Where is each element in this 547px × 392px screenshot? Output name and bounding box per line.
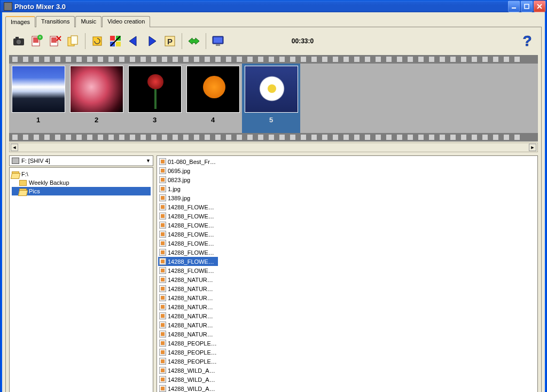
file-item[interactable]: 1389.jpg [158, 193, 218, 202]
copy-icon[interactable] [65, 33, 82, 50]
svg-marker-24 [149, 36, 156, 46]
file-item[interactable]: 14288_FLOWER… [158, 221, 218, 230]
file-item[interactable]: 14288_FLOWER… [158, 257, 218, 266]
thumbnail [70, 66, 123, 113]
file-item[interactable]: 14288_FLOWER… [158, 248, 218, 257]
toolbar-separator [85, 33, 85, 49]
file-item[interactable]: 0823.jpg [158, 175, 218, 184]
file-name: 14288_PEOPLE… [168, 349, 217, 356]
svg-text:?: ? [522, 33, 532, 49]
preview-icon[interactable]: P [161, 33, 178, 50]
svg-text:+: + [38, 35, 41, 40]
rotate-icon[interactable] [89, 33, 106, 50]
scroll-right-icon[interactable]: ► [529, 144, 536, 151]
file-name: 1.jpg [168, 186, 181, 192]
remove-image-icon[interactable] [46, 33, 64, 50]
file-name: 14288_NATURE… [168, 304, 217, 310]
filmstrip-scrollbar[interactable]: ◄ ► [9, 143, 538, 152]
film-frame-1[interactable]: 1 [9, 64, 67, 133]
drive-selector[interactable]: F: [SHIV 4] ▼ [9, 155, 153, 166]
add-image-icon[interactable]: + [28, 33, 45, 50]
effects-icon[interactable] [107, 33, 124, 50]
image-file-icon [159, 322, 166, 328]
image-file-icon [159, 213, 166, 219]
file-item[interactable]: 1.jpg [158, 184, 218, 193]
close-button[interactable] [534, 1, 545, 12]
image-file-icon [159, 222, 166, 229]
file-item[interactable]: 14288_WILD_A… [158, 375, 218, 384]
file-name: 01-080_Best_Frie… [168, 159, 217, 165]
file-item[interactable]: 14288_NATURE… [158, 302, 218, 311]
next-icon[interactable] [143, 33, 160, 50]
svg-marker-27 [189, 38, 199, 44]
maximize-button[interactable] [521, 1, 533, 12]
file-item[interactable]: 14288_PEOPLE… [158, 339, 218, 348]
minimize-button[interactable] [508, 1, 520, 12]
folder-icon [12, 171, 19, 177]
thumbnail [128, 66, 182, 113]
file-item[interactable]: 14288_FLOWER… [158, 239, 218, 248]
file-list[interactable]: 01-080_Best_Frie…0695.jpg0823.jpg1.jpg13… [157, 156, 537, 392]
file-name: 1389.jpg [168, 195, 190, 201]
tree-item[interactable]: Weekly Backup [12, 178, 151, 187]
file-item[interactable]: 14288_PEOPLE… [158, 348, 218, 357]
file-item[interactable]: 14288_FLOWER… [158, 230, 218, 239]
tab-images[interactable]: Images [5, 16, 35, 27]
image-file-icon [159, 367, 166, 374]
file-item[interactable]: 14288_FLOWER… [158, 202, 218, 211]
image-file-icon [159, 203, 166, 210]
frame-number: 2 [95, 116, 98, 124]
film-frame-4[interactable]: 4 [184, 64, 242, 133]
help-button[interactable]: ? [518, 32, 537, 51]
svg-rect-21 [116, 42, 121, 46]
tab-music[interactable]: Music [75, 16, 101, 27]
file-item[interactable]: 14288_FLOWER… [158, 211, 218, 221]
frame-number: 5 [269, 116, 273, 124]
file-name: 14288_FLOWER… [168, 249, 217, 256]
file-item[interactable]: 14288_NATURE… [158, 311, 218, 320]
file-name: 14288_FLOWER… [168, 204, 217, 210]
tab-video-creation[interactable]: Video creation [102, 16, 150, 27]
toolbar-separator [206, 33, 206, 49]
tree-pane: F: [SHIV 4] ▼ F:\Weekly BackupPics [9, 155, 153, 392]
file-item[interactable]: 14288_NATURE… [158, 284, 218, 293]
app-icon [4, 2, 12, 11]
file-name: 14288_WILD_A… [168, 386, 215, 392]
image-file-icon [159, 167, 166, 174]
file-item[interactable]: 14288_NATURE… [158, 293, 218, 302]
tree-item[interactable]: F:\ [12, 170, 151, 178]
file-item[interactable]: 0695.jpg [158, 166, 218, 175]
prev-icon[interactable] [125, 33, 142, 50]
film-frame-2[interactable]: 2 [67, 64, 126, 133]
film-frame-5[interactable]: 5 [242, 64, 300, 133]
tab-transitions[interactable]: Transitions [36, 16, 75, 27]
file-item[interactable]: 14288_NATURE… [158, 330, 218, 339]
file-item[interactable]: 14288_WILD_A… [158, 366, 218, 375]
swap-icon[interactable] [185, 33, 202, 50]
tree-item[interactable]: Pics [12, 187, 151, 195]
folder-tree[interactable]: F:\Weekly BackupPics [9, 167, 153, 392]
image-file-icon [159, 294, 166, 301]
file-name: 14288_NATURE… [168, 286, 217, 292]
file-name: 14288_NATURE… [168, 313, 217, 319]
file-item[interactable]: 14288_WILD_A… [158, 384, 218, 392]
titlebar[interactable]: Photo Mixer 3.0 [1, 1, 546, 12]
svg-rect-18 [110, 36, 115, 41]
file-name: 14288_FLOWER… [168, 213, 217, 219]
image-file-icon [159, 185, 166, 192]
camera-icon[interactable] [10, 33, 27, 50]
file-item[interactable]: 14288_PEOPLE… [158, 357, 218, 366]
file-name: 14288_NATURE… [168, 322, 217, 328]
file-name: 14288_NATURE… [168, 295, 217, 301]
file-item[interactable]: 01-080_Best_Frie… [158, 157, 218, 166]
toolbar: +P 00:33:0 ? [9, 30, 538, 52]
folder-icon [19, 189, 27, 194]
file-item[interactable]: 14288_NATURE… [158, 275, 218, 284]
film-frame-3[interactable]: 3 [126, 64, 184, 133]
monitor-icon[interactable] [209, 33, 226, 50]
file-item[interactable]: 14288_FLOWER… [158, 266, 218, 275]
scroll-left-icon[interactable]: ◄ [11, 144, 18, 151]
file-list-pane: 01-080_Best_Frie…0695.jpg0823.jpg1.jpg13… [157, 155, 538, 392]
image-file-icon [159, 385, 166, 392]
file-item[interactable]: 14288_NATURE… [158, 320, 218, 330]
